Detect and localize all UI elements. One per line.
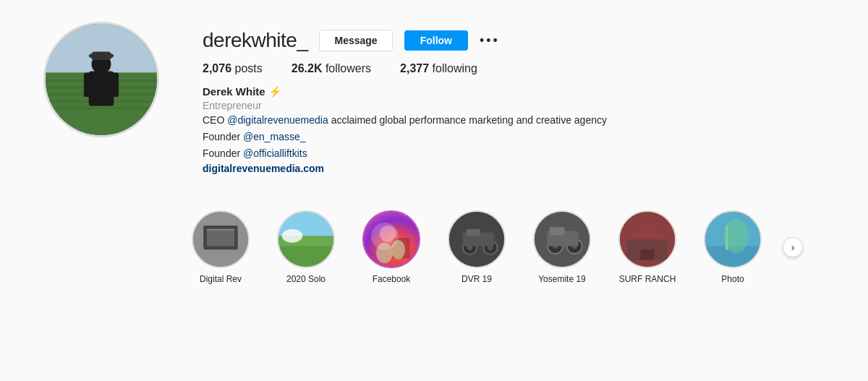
svg-point-24 xyxy=(376,243,393,264)
mention-digitalrevenuemedia[interactable]: @digitalrevenuemedia xyxy=(227,114,328,126)
highlight-facebook[interactable]: Facebook xyxy=(359,210,424,284)
bio-section: Derek White ⚡ Entrepreneur CEO @digitalr… xyxy=(203,85,825,174)
highlight-thumb-photo xyxy=(705,212,760,267)
highlight-thumb-2020solo xyxy=(278,212,333,267)
svg-rect-18 xyxy=(278,243,333,267)
posts-count: 2,076 xyxy=(203,62,231,74)
surfranch-svg xyxy=(620,210,675,268)
dot2: • xyxy=(486,33,490,48)
svg-point-20 xyxy=(282,229,303,243)
highlight-circle-yosemite xyxy=(533,210,591,268)
highlights-next-arrow[interactable]: › xyxy=(783,237,803,257)
highlight-thumb-yosemite xyxy=(535,212,590,267)
posts-stat[interactable]: 2,076 posts xyxy=(203,62,263,75)
stats-row: 2,076 posts 26.2K followers 2,377 follow… xyxy=(203,62,825,75)
svg-rect-6 xyxy=(46,108,157,110)
following-label: following xyxy=(433,62,477,74)
avatar xyxy=(43,22,159,137)
highlight-dvr19[interactable]: DVR 19 xyxy=(444,210,509,284)
followers-count: 26.2K xyxy=(292,62,323,74)
svg-rect-43 xyxy=(641,249,655,260)
dvr19-svg xyxy=(449,210,504,268)
facebook-svg xyxy=(364,210,419,268)
highlight-digital-rev[interactable]: Digital Rev xyxy=(188,210,253,284)
highlight-photo[interactable]: Photo xyxy=(700,210,765,284)
svg-rect-8 xyxy=(89,71,114,106)
followers-label: followers xyxy=(326,62,371,74)
highlight-label-surfranch: SURF RANCH xyxy=(619,274,676,284)
svg-rect-12 xyxy=(92,52,111,61)
svg-rect-10 xyxy=(111,72,119,97)
highlight-circle-dvr19 xyxy=(448,210,506,268)
highlight-label-yosemite: Yosemite 19 xyxy=(538,274,586,284)
profile-info: derekwhite_ Message Follow • • • 2,076 p… xyxy=(203,22,825,174)
bio-line1: CEO @digitalrevenuemedia acclaimed globa… xyxy=(203,113,825,128)
svg-rect-32 xyxy=(467,229,480,236)
bio-name-text: Derek White xyxy=(203,85,265,98)
posts-label: posts xyxy=(235,62,263,74)
mention-officialliftkits[interactable]: @officialliftkits xyxy=(243,147,307,159)
highlight-surfranch[interactable]: SURF RANCH xyxy=(615,210,680,284)
followers-stat[interactable]: 26.2K followers xyxy=(292,62,371,75)
bio-link[interactable]: digitalrevenuemedia.com xyxy=(203,163,825,174)
dot1: • xyxy=(480,33,484,48)
svg-point-25 xyxy=(391,240,405,260)
bio-emoji: ⚡ xyxy=(268,85,282,98)
avatar-svg xyxy=(46,24,157,135)
highlight-label-2020solo: 2020 Solo xyxy=(286,274,326,284)
highlight-circle-digital-rev xyxy=(192,210,250,268)
highlight-circle-surfranch xyxy=(618,210,676,268)
bio-line2: Founder @en_masse_ xyxy=(203,129,825,145)
highlight-label-dvr19: DVR 19 xyxy=(461,274,492,284)
highlight-thumb-facebook xyxy=(364,212,419,267)
profile-container: derekwhite_ Message Follow • • • 2,076 p… xyxy=(0,0,868,306)
mention-en-masse[interactable]: @en_masse_ xyxy=(243,131,306,142)
dot3: • xyxy=(493,33,498,48)
svg-rect-39 xyxy=(550,227,565,235)
bio-title: Entrepreneur xyxy=(203,100,825,111)
svg-rect-15 xyxy=(207,229,234,247)
avatar-section xyxy=(43,22,159,137)
svg-rect-9 xyxy=(84,72,93,97)
chevron-right-icon: › xyxy=(791,241,795,253)
highlight-yosemite[interactable]: Yosemite 19 xyxy=(529,210,595,284)
svg-point-22 xyxy=(380,226,396,242)
highlight-thumb-surfranch xyxy=(620,212,675,267)
highlight-label-facebook: Facebook xyxy=(373,274,411,284)
svg-rect-16 xyxy=(207,229,234,231)
highlight-2020solo[interactable]: 2020 Solo xyxy=(273,210,339,284)
profile-top: derekwhite_ Message Follow • • • 2,076 p… xyxy=(43,22,825,174)
following-stat[interactable]: 2,377 following xyxy=(400,62,477,75)
highlight-thumb-dvr19 xyxy=(449,212,504,267)
highlight-circle-photo xyxy=(704,210,762,268)
yosemite-svg xyxy=(535,210,590,268)
highlight-circle-2020solo xyxy=(277,210,335,268)
bio-line3: Founder @officialliftkits xyxy=(203,146,825,161)
more-options-button[interactable]: • • • xyxy=(480,33,498,48)
digitalrev-svg xyxy=(193,210,248,268)
follow-button[interactable]: Follow xyxy=(404,30,468,51)
highlight-label-photo: Photo xyxy=(721,274,744,284)
highlight-thumb-digital-rev xyxy=(193,212,248,267)
highlight-label-digital-rev: Digital Rev xyxy=(200,274,242,284)
photo-svg xyxy=(705,210,760,268)
svg-point-47 xyxy=(724,219,749,254)
username: derekwhite_ xyxy=(203,29,307,52)
bio-name: Derek White ⚡ xyxy=(203,85,825,98)
following-count: 2,377 xyxy=(400,62,429,74)
username-row: derekwhite_ Message Follow • • • xyxy=(203,29,825,52)
highlights-section: Digital Rev 2020 Solo xyxy=(43,203,825,291)
avatar-image xyxy=(46,24,157,135)
message-button[interactable]: Message xyxy=(319,30,392,51)
highlight-circle-facebook xyxy=(362,210,420,268)
2020solo-svg xyxy=(278,210,333,268)
